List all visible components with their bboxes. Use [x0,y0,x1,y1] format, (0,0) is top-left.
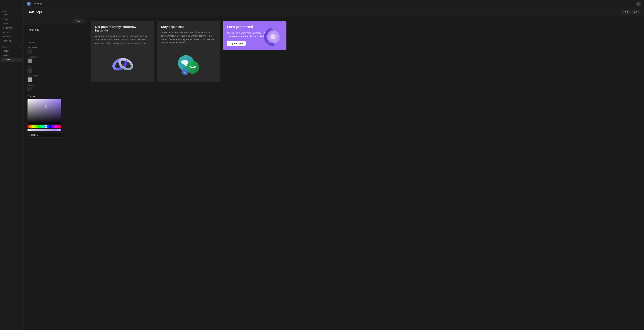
breadcrumb-separator: / [32,2,32,5]
card1-title: Get paid monthly, withdraw instantly [95,25,150,32]
svg-point-2 [29,4,30,4]
color-label-background: Background [28,46,83,48]
flower-icon [258,22,286,50]
sidebar-item-footer[interactable]: Footer [1,49,23,53]
color-item-popover: Popover [28,84,83,92]
color-swatch-popover[interactable] [28,87,32,92]
color-picker-dot[interactable] [45,105,47,108]
preview-card-1: Get paid monthly, withdraw instantly Wit… [90,20,154,82]
breadcrumb-page: Settings [34,2,42,5]
signup-button[interactable]: Sign up free [227,41,246,46]
preview-panel: Get paid monthly, withdraw instantly Wit… [87,17,644,330]
color-picker: #9D7BFA [28,99,61,138]
sidebar-divider [0,44,23,44]
colors-section: Colors Background Foreground [24,38,87,141]
svg-text:♪: ♪ [184,70,186,73]
color-swatch-foreground[interactable] [28,58,32,63]
color-label-card-foreground: Card Foreground [28,74,83,77]
topbar: / Settings [24,0,644,8]
svg-point-30 [270,34,276,40]
sidebar-item-users[interactable]: Users [1,13,23,17]
opacity-dot[interactable] [57,128,60,131]
svg-point-0 [28,3,29,4]
collections-section-header: Collections ∧ [0,9,23,12]
color-item-foreground: Foreground [28,56,83,63]
chain-icon [109,51,136,78]
sidebar-item-features[interactable]: Features [1,34,23,38]
card2-desc: You've never been this productive. Strea… [161,31,216,44]
color-label-popover: Popover [28,84,83,86]
back-button[interactable]: ← [2,3,6,8]
page-header: Settings Edit API [24,8,644,17]
sidebar-item-settings[interactable]: ▶Settings [1,58,23,62]
page-title: Settings [28,10,42,14]
user-avatar[interactable] [636,2,641,6]
svg-point-1 [29,3,30,4]
card1-desc: Withdraw your monthly earnings in local … [95,34,150,45]
sidebar-item-pages[interactable]: Pages [1,17,23,21]
color-gradient[interactable] [28,99,61,124]
color-label-foreground: Foreground [28,56,83,58]
content-wrap: Save Third Party Colors Background [24,17,644,330]
globals-chevron: ∧ [20,46,21,48]
sidebar-item-navbar[interactable]: Navbar [1,53,23,57]
color-item-card: Card [28,65,83,72]
hue-bar[interactable] [28,126,61,128]
preview-card-2: Stay organized You've never been this pr… [157,20,220,82]
card2-title: Stay organized [161,25,216,29]
sidebar-item-media[interactable]: Media [1,22,23,26]
hex-input[interactable]: #9D7BFA [28,133,61,138]
collections-label: Collections [2,10,10,12]
color-item-card-foreground: Card Foreground [28,74,83,82]
color-items: Background Foreground Card [28,46,83,92]
settings-panel: Save Third Party Colors Background [24,17,87,330]
sidebar-item-redirects[interactable]: Redirects [1,39,23,43]
sidebar: ← Collections ∧ Users Pages Media Blog P… [0,0,24,330]
preview-card-3: Let's get started Do your best work when… [223,20,286,50]
sidebar-item-integrations[interactable]: Integrations [1,30,23,34]
save-bar: Save [24,17,87,25]
sidebar-item-blog-posts[interactable]: Blog Posts [1,26,23,30]
colors-title: Colors [28,41,83,44]
primary-label: Primary [28,95,83,97]
color-swatch-card[interactable] [28,68,32,72]
globals-section-header: Globals ∧ [0,45,23,49]
opacity-bar[interactable] [28,129,61,131]
color-item-background: Background [28,46,83,54]
save-button[interactable]: Save [73,19,83,23]
logout-button[interactable]: ⇥ [2,324,22,327]
logo [27,2,30,6]
apps-icon: ♪ [175,51,202,78]
color-swatch-card-foreground[interactable] [28,77,32,82]
api-button[interactable]: API [632,10,640,14]
main-area: / Settings Settings Edit API Save [24,0,644,330]
primary-section: Primary #9D7BFA [28,95,83,138]
hue-dot[interactable] [44,125,47,128]
globals-label: Globals [2,46,8,48]
third-party-title: Third Party [28,28,83,31]
sidebar-bottom: ⇥ [0,323,23,328]
collections-chevron: ∧ [20,10,21,12]
color-label-card: Card [28,65,83,67]
topbar-right [636,2,641,6]
edit-button[interactable]: Edit [622,10,631,14]
color-swatch-background[interactable] [28,49,32,54]
page-actions: Edit API [622,10,640,14]
third-party-section: Third Party [24,25,87,38]
app-layout: ← Collections ∧ Users Pages Media Blog P… [0,0,644,330]
